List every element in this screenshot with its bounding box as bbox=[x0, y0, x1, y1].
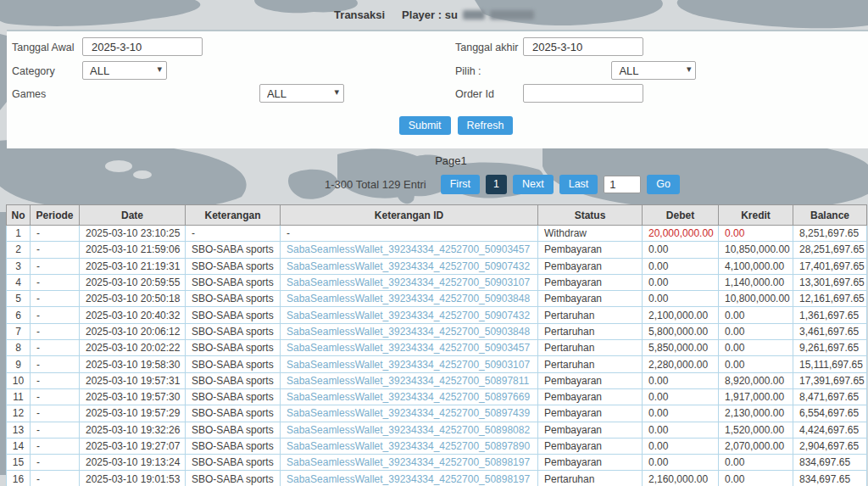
cell-debet: 5,800,000.00 bbox=[643, 323, 719, 339]
cell-date: 2025-03-10 19:01:53 bbox=[80, 471, 186, 486]
games-select[interactable]: ALL bbox=[259, 84, 344, 103]
cell-status: Pertaruhan bbox=[538, 323, 643, 339]
cell-no: 14 bbox=[7, 438, 31, 454]
pilih-label: Pilih : bbox=[455, 65, 481, 77]
category-label: Category bbox=[12, 65, 55, 77]
cell-keterangan: SBO-SABA sports bbox=[186, 438, 281, 454]
order-id-input[interactable] bbox=[523, 84, 643, 103]
cell-debet: 0.00 bbox=[643, 405, 719, 422]
cell-keterangan-id: SabaSeamlessWallet_39234334_4252700_5089… bbox=[281, 405, 538, 422]
keterangan-id-link[interactable]: SabaSeamlessWallet_39234334_4252700_5090… bbox=[287, 359, 530, 371]
last-page-button[interactable]: Last bbox=[559, 175, 598, 194]
cell-keterangan-id: SabaSeamlessWallet_39234334_4252700_5090… bbox=[281, 323, 538, 339]
keterangan-id-link[interactable]: SabaSeamlessWallet_39234334_4252700_5090… bbox=[287, 342, 530, 354]
cell-balance: 3,461,697.65 bbox=[793, 323, 867, 339]
cell-debet: 0.00 bbox=[643, 258, 719, 274]
keterangan-id-link[interactable]: SabaSeamlessWallet_39234334_4252700_5089… bbox=[287, 473, 530, 485]
cell-date: 2025-03-10 20:59:55 bbox=[80, 274, 186, 290]
cell-balance: 8,251,697.65 bbox=[793, 226, 867, 242]
cell-kredit: 1,140,000.00 bbox=[719, 274, 793, 290]
tanggal-akhir-input[interactable] bbox=[523, 37, 643, 56]
keterangan-id-link[interactable]: SabaSeamlessWallet_39234334_4252700_5089… bbox=[287, 375, 529, 387]
column-header-date: Date bbox=[80, 205, 186, 226]
refresh-button[interactable]: Refresh bbox=[458, 116, 514, 135]
keterangan-id-link[interactable]: SabaSeamlessWallet_39234334_4252700_5089… bbox=[287, 456, 530, 468]
table-row: 6-2025-03-10 20:40:32SBO-SABA sportsSaba… bbox=[7, 307, 867, 323]
cell-date: 2025-03-10 19:57:30 bbox=[80, 388, 186, 405]
column-header-no: No bbox=[7, 205, 31, 226]
cell-keterangan-id: SabaSeamlessWallet_39234334_4252700_5090… bbox=[281, 242, 538, 258]
table-row: 5-2025-03-10 20:50:18SBO-SABA sportsSaba… bbox=[7, 291, 867, 307]
cell-periode: - bbox=[31, 242, 80, 258]
category-select[interactable]: ALL bbox=[82, 61, 167, 80]
cell-balance: 12,161,697.65 bbox=[793, 291, 867, 307]
keterangan-id-link[interactable]: SabaSeamlessWallet_39234334_4252700_5089… bbox=[287, 407, 530, 419]
keterangan-id-link[interactable]: SabaSeamlessWallet_39234334_4252700_5090… bbox=[287, 310, 530, 321]
cell-periode: - bbox=[31, 307, 80, 323]
table-row: 16-2025-03-10 19:01:53SBO-SABA sportsSab… bbox=[7, 471, 867, 486]
cell-status: Pembayaran bbox=[538, 388, 643, 405]
cell-periode: - bbox=[31, 388, 80, 405]
pagination-summary: 1-300 Total 129 Entri bbox=[325, 178, 426, 191]
cell-debet: 0.00 bbox=[643, 438, 719, 454]
cell-balance: 17,391,697.65 bbox=[793, 372, 867, 388]
cell-keterangan-id: SabaSeamlessWallet_39234334_4252700_5090… bbox=[281, 307, 538, 323]
cell-date: 2025-03-10 20:02:22 bbox=[80, 340, 186, 356]
cell-debet: 0.00 bbox=[643, 372, 719, 388]
cell-debet: 5,850,000.00 bbox=[643, 340, 719, 356]
cell-kredit: 2,070,000.00 bbox=[719, 438, 793, 454]
cell-date: 2025-03-10 19:13:24 bbox=[80, 455, 186, 471]
next-page-button[interactable]: Next bbox=[513, 175, 554, 194]
cell-kredit: 10,850,000.00 bbox=[719, 242, 793, 258]
cell-date: 2025-03-10 20:50:18 bbox=[80, 291, 186, 307]
cell-debet: 0.00 bbox=[643, 291, 719, 307]
cell-debet: 2,280,000.00 bbox=[643, 356, 719, 372]
cell-date: 2025-03-10 20:40:32 bbox=[80, 307, 186, 323]
filter-panel: Tanggal Awal Tanggal akhir Category ALL … bbox=[7, 30, 868, 148]
keterangan-id-link[interactable]: SabaSeamlessWallet_39234334_4252700_5089… bbox=[287, 391, 530, 403]
cell-keterangan: - bbox=[186, 226, 281, 242]
keterangan-id-link[interactable]: SabaSeamlessWallet_39234334_4252700_5090… bbox=[287, 277, 530, 288]
keterangan-id-link[interactable]: SabaSeamlessWallet_39234334_4252700_5090… bbox=[287, 243, 530, 255]
cell-status: Pembayaran bbox=[538, 291, 643, 307]
keterangan-id-link[interactable]: SabaSeamlessWallet_39234334_4252700_5090… bbox=[287, 293, 530, 304]
page-number-input[interactable] bbox=[604, 176, 641, 193]
cell-balance: 9,261,697.65 bbox=[793, 340, 867, 356]
keterangan-id-link[interactable]: SabaSeamlessWallet_39234334_4252700_5090… bbox=[287, 260, 530, 272]
cell-keterangan-id: SabaSeamlessWallet_39234334_4252700_5090… bbox=[281, 291, 538, 307]
cell-date: 2025-03-10 19:32:26 bbox=[80, 422, 186, 438]
column-header-keterangan-id: Keterangan ID bbox=[281, 205, 538, 226]
tanggal-awal-input[interactable] bbox=[82, 37, 203, 56]
keterangan-id-link[interactable]: SabaSeamlessWallet_39234334_4252700_5090… bbox=[287, 326, 530, 338]
table-row: 8-2025-03-10 20:02:22SBO-SABA sportsSaba… bbox=[7, 340, 867, 356]
first-page-button[interactable]: First bbox=[441, 175, 480, 194]
page-title: Transaksi bbox=[334, 8, 385, 21]
table-row: 13-2025-03-10 19:32:26SBO-SABA sportsSab… bbox=[7, 422, 867, 438]
pagination-bar: 1-300 Total 129 Entri First 1 Next Last … bbox=[325, 175, 680, 194]
cell-balance: 28,251,697.65 bbox=[793, 242, 867, 258]
cell-keterangan-id: SabaSeamlessWallet_39234334_4252700_5090… bbox=[281, 274, 538, 290]
cell-balance: 6,554,697.65 bbox=[793, 405, 867, 422]
cell-no: 6 bbox=[7, 307, 31, 323]
player-info: Player : su bbox=[402, 8, 534, 21]
table-row: 11-2025-03-10 19:57:30SBO-SABA sportsSab… bbox=[7, 388, 867, 405]
cell-keterangan: SBO-SABA sports bbox=[186, 274, 281, 290]
go-button[interactable]: Go bbox=[647, 175, 680, 194]
column-header-kredit: Kredit bbox=[719, 205, 793, 226]
cell-keterangan: SBO-SABA sports bbox=[186, 340, 281, 356]
cell-status: Pertaruhan bbox=[538, 307, 643, 323]
keterangan-id-link[interactable]: SabaSeamlessWallet_39234334_4252700_5089… bbox=[287, 424, 530, 436]
keterangan-id-link[interactable]: SabaSeamlessWallet_39234334_4252700_5089… bbox=[287, 440, 530, 452]
pilih-select[interactable]: ALL bbox=[611, 61, 696, 80]
tanggal-akhir-label: Tanggal akhir bbox=[455, 42, 518, 53]
table-row: 3-2025-03-10 21:19:31SBO-SABA sportsSaba… bbox=[7, 258, 867, 274]
cell-keterangan-id: SabaSeamlessWallet_39234334_4252700_5090… bbox=[281, 356, 538, 372]
cell-keterangan-id: SabaSeamlessWallet_39234334_4252700_5089… bbox=[281, 438, 538, 454]
cell-debet: 0.00 bbox=[643, 388, 719, 405]
cell-status: Pembayaran bbox=[538, 274, 643, 290]
submit-button[interactable]: Submit bbox=[399, 116, 451, 135]
cell-keterangan-id: SabaSeamlessWallet_39234334_4252700_5089… bbox=[281, 372, 538, 388]
cell-keterangan: SBO-SABA sports bbox=[186, 307, 281, 323]
cell-kredit: 1,917,000.00 bbox=[719, 388, 793, 405]
current-page-button[interactable]: 1 bbox=[486, 175, 507, 194]
